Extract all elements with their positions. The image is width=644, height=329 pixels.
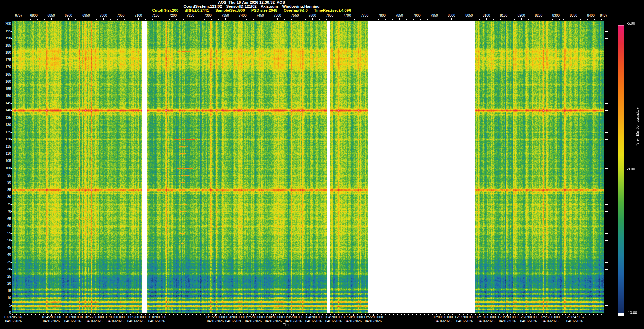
- time-axis-label: 12:10:00.00004/16/2026: [476, 315, 496, 323]
- frequency-axis-label: 160: [1, 80, 11, 83]
- frequency-axis-label: 95: [1, 174, 11, 177]
- spectrogram-plot[interactable]: [12, 21, 604, 313]
- time-axis-label: 12:25:00.00004/16/2026: [540, 315, 560, 323]
- record-axis-label: 6800: [30, 14, 38, 17]
- record-axis-label: 7550: [291, 14, 299, 17]
- frequency-axis-label: 110: [1, 152, 11, 155]
- record-axis-label: 7400: [239, 14, 246, 17]
- frequency-axis-label: 85: [1, 188, 11, 192]
- frequency-axis-label: 150: [1, 94, 11, 98]
- time-axis-label: 12:05:00.00004/16/2026: [455, 315, 474, 323]
- frequency-axis-label: 155: [1, 87, 11, 91]
- record-axis-label: 8150: [500, 14, 507, 17]
- frequency-axis-label: 195: [1, 29, 11, 33]
- time-axis-label: 11:40:00.00004/16/2026: [304, 315, 323, 323]
- time-axis-label: 11:45:00.00004/16/2026: [324, 315, 343, 323]
- time-axis-label: 10:36:05.87604/16/2026: [4, 315, 23, 323]
- record-axis-label: 8437: [600, 14, 607, 17]
- frequency-axis-label: 25: [1, 275, 11, 278]
- time-axis-title: Time: [283, 323, 290, 327]
- frequency-axis-label: 105: [1, 159, 11, 163]
- time-axis-label: 11:55:00.00004/16/2026: [364, 315, 383, 323]
- time-axis-label: 11:35:00.00004/16/2026: [284, 315, 303, 323]
- frequency-axis-label: 185: [1, 44, 11, 47]
- frequency-axis-label: 10: [1, 296, 11, 300]
- colorbar-tick-min: -13.00: [627, 311, 637, 315]
- frequency-axis-label: 135: [1, 116, 11, 120]
- frequency-axis-label: 30: [1, 267, 11, 271]
- record-axis-label: 6900: [65, 14, 72, 17]
- colorbar-title: Amplitude(Log10(g^2/Hz)): [636, 107, 640, 146]
- time-axis-label: 10:45:00.00004/16/2026: [42, 315, 61, 323]
- frequency-axis-label: 70: [1, 209, 11, 213]
- time-axis-label: 10:55:00.00004/16/2026: [84, 315, 104, 323]
- time-axis-label: 12:15:00.00004/16/2026: [498, 315, 517, 323]
- record-axis-label: 8300: [552, 14, 560, 17]
- record-axis-label: 7900: [413, 14, 420, 17]
- record-axis-label: 7300: [204, 14, 212, 17]
- record-axis-label: 7000: [100, 14, 107, 17]
- record-axis-label: 7700: [343, 14, 351, 17]
- time-axis-label: 10:50:00.00004/16/2026: [63, 315, 83, 323]
- record-axis-label: 6850: [47, 14, 55, 17]
- frequency-axis-label: 145: [1, 101, 11, 105]
- record-axis-label: 8000: [448, 14, 455, 17]
- frequency-axis-label: 200: [1, 22, 11, 26]
- record-axis-label: 7800: [378, 14, 386, 17]
- frequency-axis-label: 45: [1, 246, 11, 249]
- time-axis-label: 12:00:00.00004/16/2026: [433, 315, 453, 323]
- record-axis-label: 7600: [309, 14, 316, 17]
- record-axis-label: 7450: [256, 14, 264, 17]
- frequency-axis-label: 125: [1, 130, 11, 134]
- frequency-axis-label: 15: [1, 289, 11, 293]
- frequency-axis-label: 120: [1, 137, 11, 141]
- record-axis-label: 8100: [483, 14, 490, 17]
- record-axis-label: 7500: [274, 14, 281, 17]
- frequency-axis-label: 190: [1, 36, 11, 40]
- record-axis-label: 8050: [465, 14, 473, 17]
- header-params-2: Cutoff(Hz):200 df(Hz):0.2441 Sample/Sec:…: [0, 8, 503, 12]
- frequency-axis-label: 5: [1, 303, 11, 307]
- record-axis-label: 7050: [117, 14, 124, 17]
- time-axis-label: 11:30:00.00004/16/2026: [264, 315, 283, 323]
- frequency-axis-label: 50: [1, 238, 11, 242]
- frequency-axis-label: 130: [1, 123, 11, 127]
- record-axis-label: 7100: [135, 14, 142, 17]
- record-axis-label: 7850: [396, 14, 403, 17]
- frequency-axis-label: 75: [1, 202, 11, 206]
- colorbar-tick-mid: -9.00: [627, 167, 635, 171]
- record-axis-label: 7200: [169, 14, 177, 17]
- aos-spectrogram-window: AOS Thu 16 Apr 2026 12:30:32 AOS CoordSy…: [0, 0, 644, 329]
- frequency-axis-label: 115: [1, 145, 11, 148]
- left-border-line: [1, 18, 1, 316]
- record-axis-label: 8400: [587, 14, 594, 17]
- frequency-axis-label: 65: [1, 217, 11, 221]
- time-axis-label: 11:15:00.00004/16/2026: [206, 315, 225, 323]
- record-axis-label: 8250: [535, 14, 542, 17]
- time-axis-label: 11:10:00.00004/16/2026: [147, 315, 166, 323]
- frequency-axis-label: 180: [1, 51, 11, 54]
- record-axis-label: 7950: [430, 14, 438, 17]
- record-axis-label: 8350: [570, 14, 577, 17]
- record-axis-label: 7250: [187, 14, 194, 17]
- header-title: AOS Thu 16 Apr 2026 12:30:32 AOS: [0, 0, 503, 4]
- record-axis-label: 7650: [326, 14, 333, 17]
- time-axis-label: 11:50:00.00004/16/2026: [343, 315, 363, 323]
- frequency-axis-label: 60: [1, 224, 11, 228]
- frequency-axis-label: 40: [1, 253, 11, 256]
- record-axis-label: 6950: [82, 14, 90, 17]
- frequency-axis-label: 20: [1, 282, 11, 285]
- time-axis-label: 12:30:47.15704/16/2026: [565, 315, 584, 323]
- record-axis-label: 8200: [518, 14, 525, 17]
- frequency-axis-label: 100: [1, 166, 11, 170]
- frequency-axis-label: 0: [1, 311, 11, 314]
- time-axis-label: 12:20:00.00004/16/2026: [519, 315, 538, 323]
- record-axis-label: 7750: [361, 14, 368, 17]
- frequency-axis-label: 165: [1, 73, 11, 76]
- frequency-axis-label: 175: [1, 58, 11, 62]
- colorbar: [618, 25, 624, 316]
- record-axis-label: 6757: [15, 14, 22, 17]
- frequency-axis-label: 55: [1, 231, 11, 235]
- header-params-1: CoordSystem:121f02 SensorID:121f02 Axis:…: [0, 4, 503, 8]
- frequency-axis-label: 140: [1, 108, 11, 112]
